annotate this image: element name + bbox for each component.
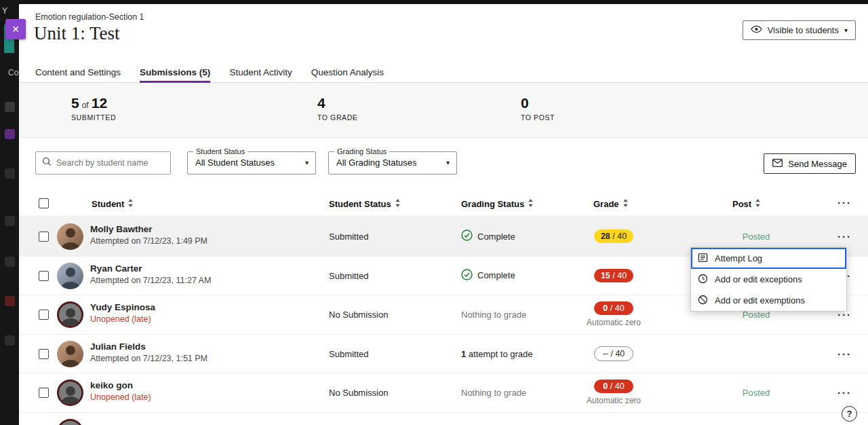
help-button[interactable]: ? — [842, 406, 857, 422]
table-row-partial — [19, 413, 868, 425]
student-status-cell: No Submission — [329, 310, 388, 320]
student-name-block: Molly Bawther Attempted on 7/12/23, 1:49… — [90, 224, 208, 246]
stat-value: 4 — [317, 95, 326, 111]
ban-icon — [698, 295, 708, 307]
table-row: Julian Fields Attempted on 7/12/23, 1:51… — [19, 335, 868, 374]
student-name: keiko gon — [90, 380, 151, 390]
send-message-button[interactable]: Send Message — [764, 153, 856, 174]
close-icon: ✕ — [12, 24, 20, 35]
row-overflow-menu-button[interactable]: ··· — [837, 348, 852, 359]
collapsed-sidebar: Y Co — [0, 0, 19, 425]
tab-2[interactable]: Student Activity — [229, 62, 292, 82]
column-header-grading-status[interactable]: Grading Status — [461, 199, 534, 209]
stat-to-grade: 4 TO GRADE — [317, 95, 357, 122]
post-status: Posted — [732, 232, 780, 242]
send-message-label: Send Message — [788, 159, 847, 169]
grade-cell: 0 / 40Automatic zero — [573, 380, 654, 405]
avatar — [57, 301, 83, 328]
grading-status-cell: Nothing to grade — [461, 310, 526, 320]
student-status-select[interactable]: Student Status All Student Statuses ▾ — [187, 151, 316, 174]
grading-status-cell: Complete — [461, 269, 515, 282]
menu-item-label: Add or edit exceptions — [715, 274, 802, 284]
column-header-grade[interactable]: Grade — [593, 199, 629, 209]
student-name: Yudy Espinosa — [90, 302, 155, 312]
menu-item-attempt-log[interactable]: Attempt Log — [691, 248, 846, 269]
stat-label: TO POST — [521, 113, 555, 122]
row-checkbox[interactable] — [39, 232, 49, 242]
table-header: ··· Student Student Status Grading Statu… — [19, 196, 868, 217]
sort-icon — [127, 199, 134, 209]
sidebar-icon-6 — [5, 296, 15, 306]
avatar — [57, 380, 83, 406]
sidebar-fragment-courses: Co — [8, 68, 18, 77]
grade-pill[interactable]: -- / 40 — [594, 346, 633, 361]
tab-3[interactable]: Question Analysis — [311, 62, 384, 82]
column-header-student-status[interactable]: Student Status — [329, 199, 401, 209]
search-input[interactable] — [56, 158, 165, 168]
student-name-block: Yudy Espinosa Unopened (late) — [90, 302, 155, 324]
row-checkbox[interactable] — [39, 388, 49, 398]
grade-cell: 15 / 40 — [573, 269, 654, 282]
search-icon — [42, 157, 52, 169]
chevron-down-icon: ▾ — [305, 159, 309, 166]
student-status-cell: Submitted — [329, 348, 369, 358]
post-status: Posted — [732, 388, 780, 398]
grading-status-cell: Complete — [461, 229, 515, 243]
stat-submitted: 5 of12 SUBMITTED — [71, 95, 116, 122]
student-status-select-label: Student Status — [193, 147, 248, 155]
grading-status-cell: Nothing to grade — [461, 388, 526, 398]
stat-value: 0 — [521, 95, 529, 111]
attempt-detail: Unopened (late) — [90, 314, 155, 324]
sidebar-icon-4 — [5, 216, 15, 226]
page-title: Unit 1: Test — [34, 23, 120, 44]
menu-item-add-or-edit-exemptions[interactable]: Add or edit exemptions — [691, 290, 846, 311]
chevron-down-icon: ▾ — [446, 159, 450, 166]
row-checkbox[interactable] — [39, 271, 49, 281]
column-header-post[interactable]: Post — [732, 199, 761, 209]
question-mark-icon: ? — [847, 409, 852, 419]
avatar — [57, 223, 83, 250]
grade-pill[interactable]: 28 / 40 — [594, 229, 633, 243]
student-status-cell: No Submission — [329, 388, 388, 398]
sort-icon — [623, 199, 629, 209]
avatar — [57, 263, 83, 289]
attempt-detail: Attempted on 7/12/23, 1:49 PM — [90, 236, 208, 246]
sidebar-icon-1 — [5, 102, 15, 112]
row-checkbox[interactable] — [39, 349, 49, 359]
student-name-block: Julian Fields Attempted on 7/12/23, 1:51… — [90, 341, 208, 363]
attempt-detail: Attempted on 7/12/23, 11:27 AM — [90, 276, 211, 285]
grading-status-select[interactable]: Grading Status All Grading Statuses ▾ — [328, 151, 457, 174]
avatar — [57, 341, 83, 367]
student-name-block: keiko gon Unopened (late) — [90, 380, 151, 402]
stat-label: SUBMITTED — [71, 113, 116, 122]
row-overflow-menu-button[interactable]: ··· — [837, 231, 852, 242]
table-options-menu-button[interactable]: ··· — [837, 197, 852, 208]
sidebar-icon-7 — [5, 335, 15, 346]
row-checkbox[interactable] — [39, 310, 49, 320]
tab-0[interactable]: Content and Settings — [35, 62, 121, 82]
student-name: Julian Fields — [90, 341, 208, 352]
attempt-detail: Unopened (late) — [90, 392, 151, 402]
tab-bar: Content and SettingsSubmissions (5)Stude… — [19, 62, 868, 83]
student-name: Molly Bawther — [90, 224, 208, 234]
sidebar-fragment-top: Y — [2, 6, 7, 16]
complete-check-icon — [461, 269, 473, 282]
sort-icon — [395, 199, 401, 209]
grade-cell: -- / 40 — [573, 346, 654, 361]
stat-value: 5 — [71, 95, 79, 111]
stats-band: 5 of12 SUBMITTED 4 TO GRADE 0 TO POST — [19, 83, 868, 138]
tab-1[interactable]: Submissions (5) — [140, 62, 210, 82]
select-all-checkbox[interactable] — [39, 198, 49, 208]
menu-item-add-or-edit-exceptions[interactable]: Add or edit exceptions — [691, 269, 846, 290]
stat-label: TO GRADE — [317, 113, 357, 122]
grade-pill[interactable]: 15 / 40 — [594, 269, 633, 282]
row-overflow-menu-button[interactable]: ··· — [837, 387, 852, 399]
student-status-cell: Submitted — [329, 270, 369, 280]
grade-pill[interactable]: 0 / 40 — [594, 301, 633, 315]
column-header-student[interactable]: Student — [92, 199, 134, 209]
visibility-dropdown-button[interactable]: Visible to students ▾ — [743, 20, 856, 40]
grade-note: Automatic zero — [573, 396, 654, 405]
close-panel-button[interactable]: ✕ — [5, 19, 26, 39]
grade-pill[interactable]: 0 / 40 — [594, 380, 633, 393]
avatar — [57, 419, 83, 425]
